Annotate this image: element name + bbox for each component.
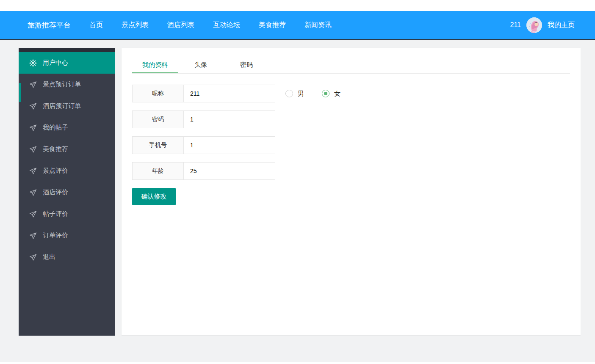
sidebar-item-label: 我的帖子 xyxy=(43,124,68,132)
paper-plane-icon xyxy=(29,232,37,240)
nickname-label: 昵称 xyxy=(133,85,184,102)
sidebar-item-order-reviews[interactable]: 订单评价 xyxy=(19,225,115,246)
brand-title[interactable]: 旅游推荐平台 xyxy=(28,20,71,30)
sidebar-item-label: 订单评价 xyxy=(43,232,68,240)
bottom-strip xyxy=(0,362,595,364)
sidebar-scrollbar-thumb[interactable] xyxy=(19,83,21,102)
nav-item-scenic[interactable]: 景点列表 xyxy=(122,21,149,30)
gender-female-label: 女 xyxy=(334,90,340,98)
top-navbar: 旅游推荐平台 首页 景点列表 酒店列表 互动论坛 美食推荐 新闻资讯 211 xyxy=(0,11,595,40)
nav-item-news[interactable]: 新闻资讯 xyxy=(304,21,332,30)
sidebar-item-label: 帖子评价 xyxy=(43,210,68,218)
form-row-password: 密码 xyxy=(132,110,275,128)
radio-checked-icon[interactable] xyxy=(322,90,329,97)
sidebar-item-hotel-reviews[interactable]: 酒店评价 xyxy=(19,182,115,203)
paper-plane-icon xyxy=(29,102,37,110)
paper-plane-icon xyxy=(29,167,37,175)
gender-male-label: 男 xyxy=(298,90,304,98)
form-row-nickname: 昵称 xyxy=(132,85,275,102)
paper-plane-icon xyxy=(29,254,37,261)
avatar-illustration xyxy=(526,17,542,33)
radio-unchecked-icon[interactable] xyxy=(285,90,293,97)
password-input[interactable] xyxy=(184,111,275,128)
sidebar-item-food-recommend[interactable]: 美食推荐 xyxy=(19,138,115,160)
my-homepage-link[interactable]: 我的主页 xyxy=(548,21,575,30)
paper-plane-icon xyxy=(29,81,37,88)
sidebar-item-label: 退出 xyxy=(43,253,55,261)
page: 旅游推荐平台 首页 景点列表 酒店列表 互动论坛 美食推荐 新闻资讯 211 xyxy=(0,0,595,364)
sidebar-item-user-center[interactable]: 用户中心 xyxy=(19,52,115,74)
tab-password[interactable]: 密码 xyxy=(224,56,269,73)
paper-plane-icon xyxy=(29,146,37,153)
age-input[interactable] xyxy=(184,163,275,179)
sidebar-item-hotel-orders[interactable]: 酒店预订订单 xyxy=(19,95,115,117)
gender-option-female[interactable]: 女 xyxy=(322,90,340,98)
sidebar-item-label: 酒店评价 xyxy=(43,188,68,196)
nickname-input[interactable] xyxy=(184,85,275,102)
content-card: 我的资料 头像 密码 昵称 男 女 密码 xyxy=(122,48,581,335)
form-row-age: 年龄 xyxy=(132,162,275,180)
form-row-phone: 手机号 xyxy=(132,136,275,154)
nav-item-home[interactable]: 首页 xyxy=(89,21,103,30)
sidebar-item-scenic-orders[interactable]: 景点预订订单 xyxy=(19,74,115,95)
sidebar-item-logout[interactable]: 退出 xyxy=(19,246,115,268)
sidebar: 用户中心 景点预订订单 酒店预订订单 我的帖子 xyxy=(19,48,115,336)
user-avatar[interactable] xyxy=(526,17,542,33)
paper-plane-icon xyxy=(29,189,37,196)
profile-form: 昵称 男 女 密码 手机号 xyxy=(132,85,570,205)
age-label: 年龄 xyxy=(133,163,184,179)
sidebar-item-my-posts[interactable]: 我的帖子 xyxy=(19,117,115,138)
profile-tabs: 我的资料 头像 密码 xyxy=(132,56,570,74)
navbar-user-area: 211 我的主页 xyxy=(510,17,575,33)
sidebar-item-post-reviews[interactable]: 帖子评价 xyxy=(19,203,115,225)
nav-menu: 首页 景点列表 酒店列表 互动论坛 美食推荐 新闻资讯 xyxy=(89,21,332,30)
gender-radio-group: 男 女 xyxy=(285,85,340,102)
sidebar-top-strip xyxy=(19,48,115,52)
confirm-modify-button[interactable]: 确认修改 xyxy=(132,188,176,205)
tab-avatar[interactable]: 头像 xyxy=(178,56,224,73)
sidebar-item-label: 美食推荐 xyxy=(43,145,68,153)
gear-icon xyxy=(29,59,37,67)
nav-item-hotel[interactable]: 酒店列表 xyxy=(167,21,194,30)
username-text: 211 xyxy=(510,21,521,29)
sidebar-item-label: 景点预订订单 xyxy=(43,80,81,88)
sidebar-item-label: 用户中心 xyxy=(43,59,68,67)
paper-plane-icon xyxy=(29,210,37,218)
nav-item-forum[interactable]: 互动论坛 xyxy=(213,21,240,30)
sidebar-item-label: 景点评价 xyxy=(43,167,68,175)
password-label: 密码 xyxy=(133,111,184,128)
paper-plane-icon xyxy=(29,124,37,132)
gender-option-male[interactable]: 男 xyxy=(285,90,304,98)
sidebar-item-label: 酒店预订订单 xyxy=(43,102,81,110)
phone-label: 手机号 xyxy=(133,137,184,154)
tab-my-profile[interactable]: 我的资料 xyxy=(132,56,178,73)
nav-item-food[interactable]: 美食推荐 xyxy=(259,21,286,30)
sidebar-item-scenic-reviews[interactable]: 景点评价 xyxy=(19,160,115,182)
phone-input[interactable] xyxy=(184,137,275,154)
